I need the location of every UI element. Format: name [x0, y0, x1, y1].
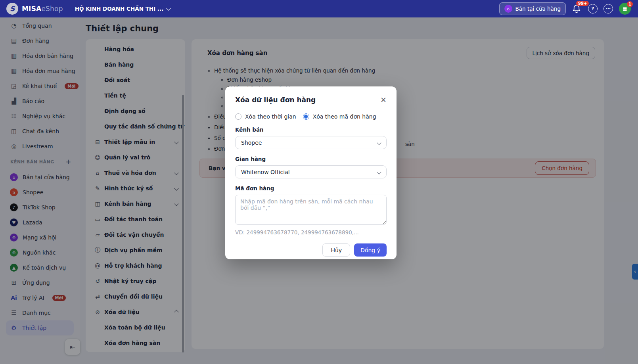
- sell-at-store-label: Bán tại cửa hàng: [515, 6, 561, 12]
- shop-select[interactable]: Whitenow Official: [235, 165, 387, 178]
- chevron-down-icon: [167, 6, 171, 10]
- store-icon: ⌂: [504, 5, 512, 13]
- modal-title: Xóa dữ liệu đơn hàng: [235, 96, 316, 104]
- misa-logo-icon: S: [6, 3, 18, 15]
- brand: MISAeShop: [22, 5, 63, 13]
- avatar-badge: 1: [627, 1, 633, 7]
- confirm-button[interactable]: Đồng ý: [354, 243, 387, 257]
- shop-label: Gian hàng: [235, 156, 387, 162]
- company-name: HỘ KINH DOANH CHẤN THI ...: [75, 6, 164, 12]
- top-navbar: S MISAeShop HỘ KINH DOANH CHẤN THI ... ⌂…: [0, 0, 638, 17]
- channel-label: Kênh bán: [235, 126, 387, 133]
- cancel-button[interactable]: Hủy: [322, 243, 350, 257]
- order-code-textarea[interactable]: [235, 195, 387, 225]
- more-button[interactable]: ⋯: [604, 4, 613, 13]
- brand-misa: MISA: [22, 5, 41, 13]
- notification-badge: 99+: [576, 1, 589, 6]
- account-avatar[interactable]: ≣ 1: [619, 3, 631, 15]
- radio-selected-icon[interactable]: [303, 113, 309, 120]
- notifications-button[interactable]: 99+: [572, 4, 582, 14]
- sell-at-store-button[interactable]: ⌂ Bán tại cửa hàng: [499, 2, 566, 15]
- radio-unselected-icon[interactable]: [235, 113, 241, 120]
- close-icon[interactable]: ×: [380, 96, 387, 103]
- radio-option: Xóa theo mã đơn hàng: [303, 113, 376, 120]
- channel-select[interactable]: Shopee: [235, 136, 387, 149]
- order-code-label: Mã đơn hàng: [235, 185, 387, 192]
- delete-mode-radio-group: Xóa theo thời gianXóa theo mã đơn hàng: [235, 113, 387, 120]
- avatar-icon: ≣: [623, 6, 627, 12]
- navbar-right: ⌂ Bán tại cửa hàng 99+ ? ⋯ ≣ 1: [499, 2, 638, 15]
- order-code-hint: VD: 249994763678770, 249994763678890,...: [235, 229, 387, 236]
- radio-label[interactable]: Xóa theo thời gian: [245, 113, 296, 120]
- brand-eshop: eShop: [41, 5, 63, 13]
- chevron-down-icon: [377, 140, 381, 145]
- shop-select-value: Whitenow Official: [241, 169, 290, 175]
- modal-header: Xóa dữ liệu đơn hàng ×: [235, 96, 387, 104]
- modal-footer: Hủy Đồng ý: [235, 243, 387, 257]
- channel-select-value: Shopee: [241, 140, 262, 146]
- delete-order-modal: Xóa dữ liệu đơn hàng × Xóa theo thời gia…: [225, 86, 397, 259]
- radio-label[interactable]: Xóa theo mã đơn hàng: [313, 113, 376, 120]
- help-button[interactable]: ?: [588, 4, 598, 13]
- company-selector[interactable]: HỘ KINH DOANH CHẤN THI ...: [75, 6, 171, 12]
- chevron-down-icon: [377, 170, 381, 174]
